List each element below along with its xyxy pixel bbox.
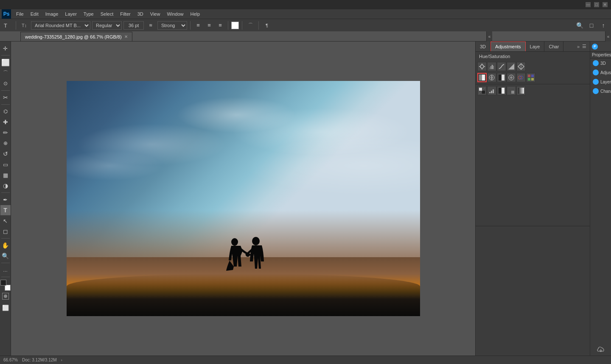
shape-tool-btn[interactable]: ◻ [0,226,11,236]
warp-text-btn2[interactable]: ⌒ [245,21,255,30]
crop-tool-btn[interactable]: ✂ [0,92,11,103]
maximize-button[interactable]: □ [594,2,599,7]
foreground-color[interactable] [0,280,6,286]
svg-rect-11 [492,65,493,69]
prop-adj-dot [593,69,599,75]
align-left-btn[interactable]: ≡ [193,21,203,30]
menu-image[interactable]: Image [42,11,62,17]
pen-tool-btn[interactable]: ✒ [0,195,11,205]
tool-separator-5 [1,238,10,239]
adj-posterize-btn[interactable] [487,86,496,95]
panel-menu-btn[interactable]: ☰ [581,43,587,50]
adj-threshold-btn[interactable] [497,86,506,95]
prop-channels-label: Channels [600,89,611,94]
menu-select[interactable]: Select [97,11,117,17]
document-tab-label: wedding-7335258_1280.jpg @ 66.7% (RGB/8) [25,34,122,39]
background-color[interactable] [5,285,11,291]
adj-curves-btn[interactable] [497,62,506,71]
tool-preset-button[interactable]: T [3,21,13,30]
menu-file[interactable]: File [13,11,27,17]
marquee-tool-btn[interactable]: ⬜ [0,57,11,67]
text-color-swatch[interactable] [231,22,239,29]
path-select-tool-btn[interactable]: ↖ [0,216,11,226]
menu-layer[interactable]: Layer [62,11,80,17]
healing-tool-btn[interactable]: ✚ [0,117,11,127]
document-tab-close[interactable]: ✕ [124,34,128,39]
prop-item-layers[interactable]: Layers [590,77,611,86]
search-btn[interactable]: 🔍 [575,21,585,30]
prop-item-adjustments[interactable]: Adjustm... [590,68,611,77]
panel-more-arrows[interactable]: » [577,44,580,49]
adj-colorbalance-btn[interactable] [487,73,496,82]
separator-4 [242,21,242,30]
zoom-tool-btn[interactable]: 🔍 [0,251,11,261]
history-tool-btn[interactable]: ↺ [0,149,11,159]
tab-3d[interactable]: 3D [476,42,490,51]
adj-exposure-btn[interactable] [507,62,516,71]
adj-channelmixer-btn[interactable] [516,73,526,82]
svg-rect-40 [493,89,494,93]
warp-text-btn[interactable]: ≋ [146,21,156,30]
adj-invert-btn[interactable] [477,86,487,95]
status-arrow-btn[interactable]: › [61,358,62,362]
adj-gradientmap-btn[interactable] [516,86,526,95]
adj-blackwhite-btn[interactable] [497,73,506,82]
gradient-tool-btn[interactable]: ▦ [0,170,11,180]
align-center-btn[interactable]: ≡ [205,21,214,30]
adj-hue-sat-btn[interactable] [477,73,487,82]
cloud-sync-btn[interactable] [590,344,611,356]
menu-3d[interactable]: 3D [134,11,147,17]
text-tool-btn[interactable]: T [0,205,11,215]
align-right-btn[interactable]: ≡ [216,21,225,30]
font-preset-icon[interactable]: T↕ [19,21,29,30]
prop-item-3d[interactable]: 3D [590,58,611,68]
menu-edit[interactable]: Edit [27,11,42,17]
separator-1 [16,21,16,30]
clone-tool-btn[interactable]: ⊕ [0,138,11,148]
tab-character[interactable]: Char [544,42,563,51]
adj-brightness-btn[interactable] [477,62,487,71]
menu-bar: Ps File Edit Image Layer Type Select Fil… [0,9,611,19]
panel-collapse-btn[interactable]: « [488,33,492,40]
menu-filter[interactable]: Filter [117,11,134,17]
close-button[interactable]: ✕ [603,2,608,7]
font-family-select[interactable]: Arial Rounded MT B... [31,21,90,30]
menu-help[interactable]: Help [187,11,204,17]
font-size-input[interactable] [123,21,144,30]
menu-view[interactable]: View [147,11,164,17]
svg-point-2 [252,237,260,245]
quick-select-tool-btn[interactable]: ⊙ [0,78,11,89]
right-panel-collapse-btn[interactable]: « [606,33,611,40]
adj-colortable-btn[interactable] [526,73,535,82]
menu-window[interactable]: Window [163,11,187,17]
adj-vibrance-btn[interactable] [516,62,526,71]
adj-photofilter-btn[interactable] [507,73,516,82]
tool-separator-2 [1,90,10,91]
tab-layers[interactable]: Laye [526,42,545,51]
character-panel-btn[interactable]: ¶ [262,21,272,30]
minimize-button[interactable]: — [586,2,591,7]
document-tab[interactable]: wedding-7335258_1280.jpg @ 66.7% (RGB/8)… [20,32,132,41]
screen-mode-btn[interactable]: ⬜ [0,303,11,313]
quick-mask-btn[interactable] [1,292,10,300]
lasso-tool-btn[interactable]: ⌒ [0,68,11,78]
extra-tools-btn[interactable]: … [0,265,11,275]
canvas-size-btn[interactable]: □ [586,21,597,30]
eraser-tool-btn[interactable]: ▭ [0,159,11,169]
anti-alias-select[interactable]: Strong [157,21,187,30]
hand-tool-btn[interactable]: ✋ [0,240,11,250]
adj-levels-btn[interactable] [487,62,496,71]
eyedropper-tool-btn[interactable]: ⌬ [0,106,11,117]
tab-adjustments[interactable]: Adjustments [490,42,526,51]
brush-tool-btn[interactable]: ✏ [0,128,11,138]
font-style-select[interactable]: Regular [92,21,122,30]
svg-rect-31 [528,75,530,77]
prop-adj-label: Adjustm... [600,70,611,75]
menu-type[interactable]: Type [80,11,97,17]
dodge-tool-btn[interactable]: ◑ [0,181,11,191]
prop-item-channels[interactable]: Channels [590,86,611,96]
move-tool-btn[interactable]: ✛ [0,43,11,53]
canvas-area [11,42,475,356]
share-btn[interactable]: ↑ [598,21,608,30]
adj-selectivecolor-btn[interactable] [507,86,516,95]
